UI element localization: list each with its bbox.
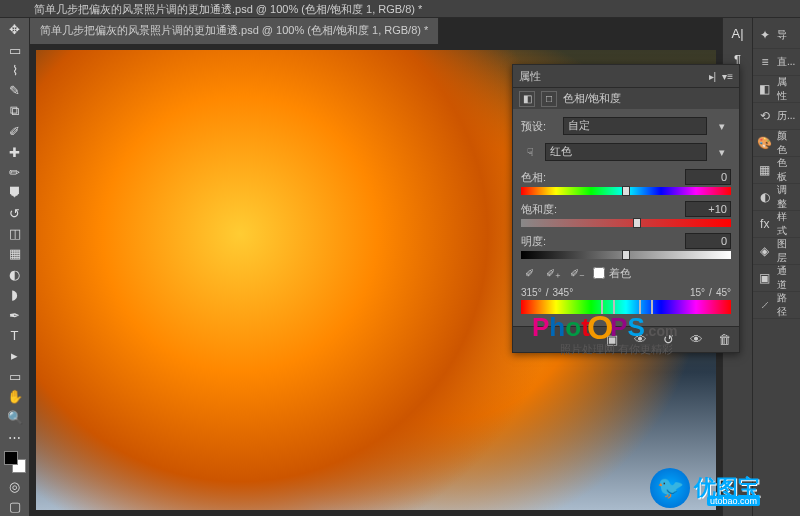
properties-panel-title: 属性 [519, 69, 703, 84]
hue-slider-group: 色相: 0 [521, 169, 731, 195]
stamp-tool[interactable]: ⛊ [3, 183, 27, 202]
history-brush-tool[interactable]: ↺ [3, 204, 27, 223]
document-tab[interactable]: 简单几步把偏灰的风景照片调的更加通透.psd @ 100% (色相/饱和度 1,… [30, 18, 439, 44]
preset-label: 预设: [521, 119, 557, 134]
layers-icon: ◈ [757, 243, 773, 259]
panel-label: 颜色 [777, 129, 796, 157]
type-tool[interactable]: T [3, 326, 27, 345]
toggle-visibility-icon[interactable]: 👁 [687, 331, 705, 349]
marquee-tool[interactable]: ▭ [3, 40, 27, 59]
shape-tool[interactable]: ▭ [3, 367, 27, 386]
bird-icon: 🐦 [650, 468, 690, 508]
adjustment-type-row: ◧ □ 色相/饱和度 [513, 87, 739, 109]
edit-toolbar[interactable]: ⋯ [3, 428, 27, 447]
hue-value-input[interactable]: 0 [685, 169, 731, 185]
preset-dropdown[interactable]: 自定 [563, 117, 707, 135]
saturation-slider-thumb[interactable] [633, 218, 641, 228]
brush-tool[interactable]: ✏ [3, 163, 27, 182]
colorize-label: 着色 [609, 266, 631, 281]
color-icon: 🎨 [757, 135, 773, 151]
pen-tool[interactable]: ✒ [3, 305, 27, 324]
zoom-tool[interactable]: 🔍 [3, 407, 27, 426]
history-icon: ⟲ [757, 108, 773, 124]
saturation-slider[interactable] [521, 219, 731, 227]
range-right-outer: 45° [716, 287, 731, 298]
properties-panel-header[interactable]: 属性 ▸| ▾≡ [513, 65, 739, 87]
healing-tool[interactable]: ✚ [3, 142, 27, 161]
eyedropper-add-icon[interactable]: ✐₊ [545, 265, 561, 281]
char-panel-icon[interactable]: A| [727, 22, 749, 44]
properties-panel: 属性 ▸| ▾≡ ◧ □ 色相/饱和度 预设: 自定 ▾ ☟ 红色 ▾ 色相: … [512, 64, 740, 353]
lightness-slider-group: 明度: 0 [521, 233, 731, 259]
eyedropper-row: ✐ ✐₊ ✐₋ 着色 [521, 265, 731, 281]
targeted-adjust-icon[interactable]: ☟ [521, 143, 539, 161]
channels-icon: ▣ [757, 270, 773, 286]
dodge-tool[interactable]: ◗ [3, 285, 27, 304]
panel-tab-layers[interactable]: ◈图层 [753, 238, 800, 265]
panel-tab-styles[interactable]: fx样式 [753, 211, 800, 238]
hue-slider[interactable] [521, 187, 731, 195]
path-select-tool[interactable]: ▸ [3, 346, 27, 365]
styles-icon: fx [757, 216, 773, 232]
lightness-slider-thumb[interactable] [622, 250, 630, 260]
panel-label: 调整 [777, 183, 796, 211]
panel-tab-channels[interactable]: ▣通道 [753, 265, 800, 292]
collapse-arrow-icon[interactable]: ▸| [709, 71, 717, 82]
range-right-inner: 15° [690, 287, 705, 298]
colorize-checkbox[interactable] [593, 267, 605, 279]
mask-thumb-icon[interactable]: □ [541, 91, 557, 107]
panel-tab-histogram[interactable]: ≡直... [753, 49, 800, 76]
panel-tab-history[interactable]: ⟲历... [753, 103, 800, 130]
delete-icon[interactable]: 🗑 [715, 331, 733, 349]
swatches-icon: ▦ [757, 162, 773, 178]
preset-menu-icon[interactable]: ▾ [713, 117, 731, 135]
panel-tab-color[interactable]: 🎨颜色 [753, 130, 800, 157]
panel-tab-properties[interactable]: ◧属性 [753, 76, 800, 103]
lightness-label: 明度: [521, 234, 685, 249]
properties-icon: ◧ [757, 81, 773, 97]
quick-select-tool[interactable]: ✎ [3, 81, 27, 100]
watermark-photops: PhotOPS.com [532, 312, 677, 343]
panel-tab-paths[interactable]: ⟋路径 [753, 292, 800, 319]
blur-tool[interactable]: ◐ [3, 265, 27, 284]
saturation-value-input[interactable]: +10 [685, 201, 731, 217]
eyedropper-tool[interactable]: ✐ [3, 122, 27, 141]
panel-label: 色板 [777, 156, 796, 184]
range-left-inner: 315° [521, 287, 542, 298]
hand-tool[interactable]: ✋ [3, 387, 27, 406]
channel-menu-icon[interactable]: ▾ [713, 143, 731, 161]
right-panel-dock: ✦导 ≡直... ◧属性 ⟲历... 🎨颜色 ▦色板 ◐调整 fx样式 ◈图层 … [752, 18, 800, 516]
adjustment-name: 色相/饱和度 [563, 91, 621, 106]
foreground-background-color[interactable] [3, 448, 27, 475]
panel-tab-navigator[interactable]: ✦导 [753, 22, 800, 49]
panel-tab-adjustments[interactable]: ◐调整 [753, 184, 800, 211]
lightness-value-input[interactable]: 0 [685, 233, 731, 249]
adjustment-thumb-icon[interactable]: ◧ [519, 91, 535, 107]
hue-slider-thumb[interactable] [622, 186, 630, 196]
lightness-slider[interactable] [521, 251, 731, 259]
gradient-tool[interactable]: ▦ [3, 244, 27, 263]
panel-label: 通道 [777, 264, 796, 292]
eyedropper-sub-icon[interactable]: ✐₋ [569, 265, 585, 281]
screen-mode[interactable]: ▢ [3, 497, 27, 516]
eyedropper-icon[interactable]: ✐ [521, 265, 537, 281]
panel-label: 直... [777, 55, 795, 69]
hue-range-labels: 315° / 345° 15° / 45° [521, 287, 731, 298]
crop-tool[interactable]: ⧉ [3, 102, 27, 121]
colorize-checkbox-row: 着色 [593, 266, 631, 281]
panel-tab-swatches[interactable]: ▦色板 [753, 157, 800, 184]
watermark-photops-sub: 照片处理网 有你更精彩 [560, 342, 673, 357]
saturation-slider-group: 饱和度: +10 [521, 201, 731, 227]
panel-menu-icon[interactable]: ▾≡ [722, 71, 733, 82]
saturation-label: 饱和度: [521, 202, 685, 217]
watermark-utobao-url: utobao.com [707, 496, 760, 506]
lasso-tool[interactable]: ⌇ [3, 61, 27, 80]
hue-label: 色相: [521, 170, 685, 185]
move-tool[interactable]: ✥ [3, 20, 27, 39]
adjustments-icon: ◐ [757, 189, 773, 205]
panel-label: 样式 [777, 210, 796, 238]
quick-mask-toggle[interactable]: ◎ [3, 476, 27, 495]
eraser-tool[interactable]: ◫ [3, 224, 27, 243]
channel-dropdown[interactable]: 红色 [545, 143, 707, 161]
panel-label: 路径 [777, 291, 796, 319]
